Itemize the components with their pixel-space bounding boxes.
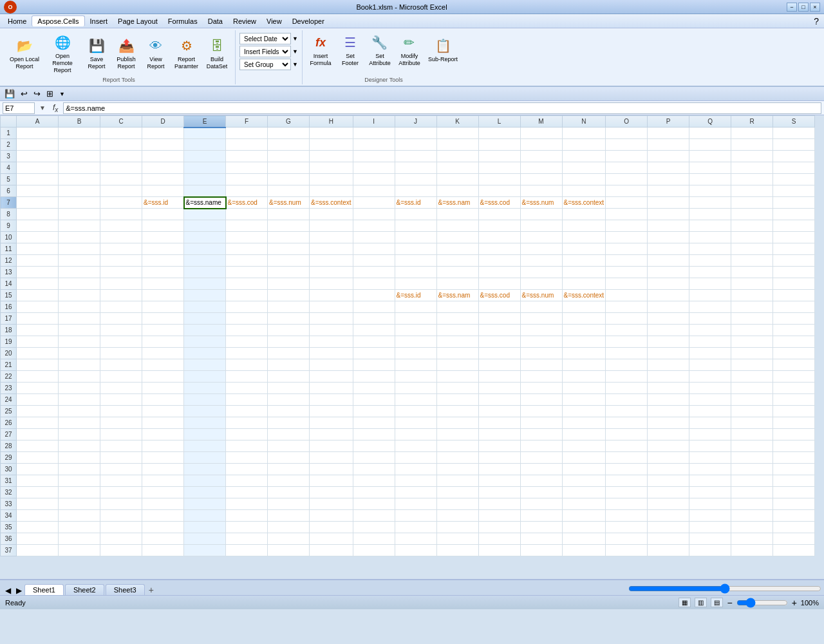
cell-Q17[interactable]	[689, 313, 731, 325]
cell-B10[interactable]	[59, 232, 100, 243]
horizontal-scrollbar[interactable]	[628, 585, 821, 592]
cell-H27[interactable]	[310, 429, 353, 440]
cell-H28[interactable]	[310, 440, 353, 452]
cell-K20[interactable]	[436, 348, 478, 359]
cell-Q7[interactable]	[689, 197, 731, 209]
cell-D33[interactable]	[142, 498, 184, 510]
cell-G29[interactable]	[268, 452, 310, 464]
zoom-minus-btn[interactable]: −	[727, 598, 732, 608]
cell-P29[interactable]	[648, 452, 689, 464]
cell-N4[interactable]	[562, 162, 606, 174]
cell-D4[interactable]	[142, 162, 184, 174]
col-header-S[interactable]: S	[773, 116, 815, 128]
cell-G26[interactable]	[268, 417, 310, 429]
cell-D27[interactable]	[142, 429, 184, 440]
cell-O8[interactable]	[606, 209, 648, 220]
cell-D21[interactable]	[142, 359, 184, 371]
cell-J33[interactable]	[395, 498, 436, 510]
cell-G6[interactable]	[268, 185, 310, 197]
cell-A4[interactable]	[17, 162, 59, 174]
cell-K28[interactable]	[436, 440, 478, 452]
cell-F35[interactable]	[226, 522, 268, 533]
cell-H5[interactable]	[310, 174, 353, 185]
cell-J21[interactable]	[395, 359, 436, 371]
cell-K10[interactable]	[436, 232, 478, 243]
cell-R23[interactable]	[731, 383, 773, 394]
cell-H6[interactable]	[310, 185, 353, 197]
cell-N36[interactable]	[562, 533, 606, 545]
cell-S23[interactable]	[773, 383, 815, 394]
cell-F30[interactable]	[226, 464, 268, 475]
cell-H2[interactable]	[310, 139, 353, 151]
col-header-M[interactable]: M	[520, 116, 562, 128]
cell-N27[interactable]	[562, 429, 606, 440]
cell-G13[interactable]	[268, 267, 310, 278]
cell-B34[interactable]	[59, 510, 100, 522]
cell-D6[interactable]	[142, 185, 184, 197]
cell-Q23[interactable]	[689, 383, 731, 394]
sub-report-button[interactable]: 📋 Sub-Report	[425, 33, 461, 65]
add-sheet-btn[interactable]: +	[146, 585, 156, 595]
cell-J13[interactable]	[395, 267, 436, 278]
cell-Q36[interactable]	[689, 533, 731, 545]
cell-F12[interactable]	[226, 255, 268, 267]
cell-I36[interactable]	[353, 533, 395, 545]
cell-Q1[interactable]	[689, 128, 731, 139]
cell-F29[interactable]	[226, 452, 268, 464]
cell-C22[interactable]	[100, 371, 142, 383]
cell-Q21[interactable]	[689, 359, 731, 371]
cell-E21[interactable]	[184, 359, 226, 371]
cell-B12[interactable]	[59, 255, 100, 267]
cell-B24[interactable]	[59, 394, 100, 406]
cell-B13[interactable]	[59, 267, 100, 278]
cell-J36[interactable]	[395, 533, 436, 545]
cell-M37[interactable]	[520, 545, 562, 556]
cell-Q13[interactable]	[689, 267, 731, 278]
cell-J37[interactable]	[395, 545, 436, 556]
cell-L5[interactable]	[478, 174, 520, 185]
cell-K9[interactable]	[436, 220, 478, 232]
cell-J20[interactable]	[395, 348, 436, 359]
cell-B35[interactable]	[59, 522, 100, 533]
cell-M24[interactable]	[520, 394, 562, 406]
cell-O21[interactable]	[606, 359, 648, 371]
cell-A29[interactable]	[17, 452, 59, 464]
cell-N12[interactable]	[562, 255, 606, 267]
cell-A11[interactable]	[17, 243, 59, 255]
cell-N2[interactable]	[562, 139, 606, 151]
cell-A21[interactable]	[17, 359, 59, 371]
zoom-plus-btn[interactable]: +	[792, 598, 797, 608]
col-header-B[interactable]: B	[59, 116, 100, 128]
col-header-Q[interactable]: Q	[689, 116, 731, 128]
cell-O33[interactable]	[606, 498, 648, 510]
cell-I3[interactable]	[353, 151, 395, 162]
cell-N28[interactable]	[562, 440, 606, 452]
cell-A14[interactable]	[17, 278, 59, 290]
cell-R16[interactable]	[731, 301, 773, 313]
cell-D25[interactable]	[142, 406, 184, 417]
cell-H17[interactable]	[310, 313, 353, 325]
cell-P25[interactable]	[648, 406, 689, 417]
cell-K15[interactable]: &=sss.nam	[436, 290, 478, 301]
cell-J17[interactable]	[395, 313, 436, 325]
cell-E5[interactable]	[184, 174, 226, 185]
col-header-N[interactable]: N	[562, 116, 606, 128]
cell-P8[interactable]	[648, 209, 689, 220]
cell-B14[interactable]	[59, 278, 100, 290]
cell-D14[interactable]	[142, 278, 184, 290]
cell-J14[interactable]	[395, 278, 436, 290]
cell-J34[interactable]	[395, 510, 436, 522]
cell-R35[interactable]	[731, 522, 773, 533]
cell-P34[interactable]	[648, 510, 689, 522]
cell-F8[interactable]	[226, 209, 268, 220]
cell-P26[interactable]	[648, 417, 689, 429]
cell-M26[interactable]	[520, 417, 562, 429]
cell-M35[interactable]	[520, 522, 562, 533]
cell-D26[interactable]	[142, 417, 184, 429]
cell-P3[interactable]	[648, 151, 689, 162]
cell-G11[interactable]	[268, 243, 310, 255]
cell-E29[interactable]	[184, 452, 226, 464]
cell-E9[interactable]	[184, 220, 226, 232]
cell-S30[interactable]	[773, 464, 815, 475]
cell-S20[interactable]	[773, 348, 815, 359]
